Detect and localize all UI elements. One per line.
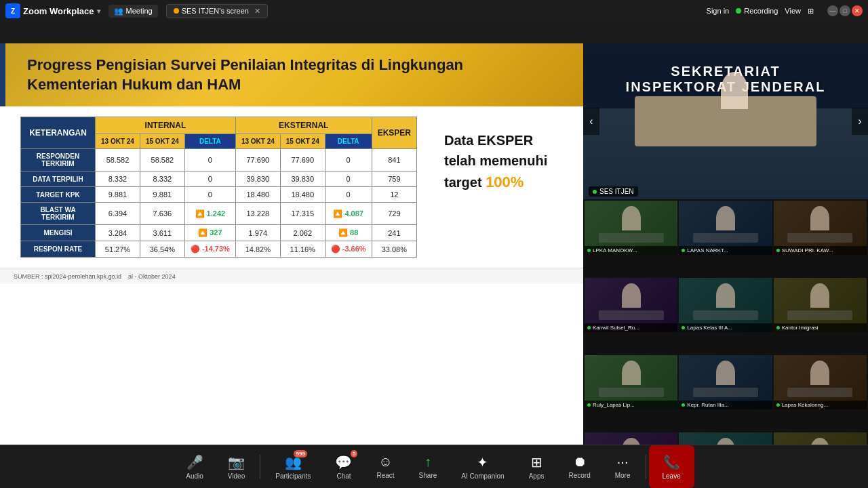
th-ext-13: 13 OKT 24	[235, 134, 280, 149]
view-btn[interactable]: View	[785, 7, 801, 15]
video-tool[interactable]: 📷 Video	[216, 445, 257, 488]
thumbnail-label: Lapas Kelas III A...	[679, 323, 772, 332]
th-int-delta: DELTA	[184, 134, 235, 149]
separator-1	[260, 455, 260, 479]
slide-source: SUMBER : spi2024-perolehan.kpk.go.id al …	[0, 268, 583, 284]
react-icon: ☺	[378, 454, 392, 470]
th-ext-delta: DELTA	[325, 134, 372, 149]
side-target-prefix: target	[444, 175, 486, 190]
table-row: RESPON RATE51.27%36.54%🔴 -14.73%14.82%11…	[21, 241, 417, 258]
share-label: Share	[419, 472, 437, 479]
slide-header: Progress Pengisian Survei Penilaian Inte…	[0, 43, 583, 106]
table-row: MENGISI3.2843.611🔼 3271.9742.062🔼 88241	[21, 225, 417, 241]
close-screen-icon[interactable]: ✕	[254, 7, 260, 16]
audio-icon: 🎤	[186, 455, 203, 470]
thumbnail-label: Kepr. Rutan Illa...	[679, 401, 772, 409]
app-logo[interactable]: Z Zoom Workplace ▾	[5, 3, 100, 18]
recording-status: Recording	[736, 7, 778, 15]
th-eksper: EKSPER	[372, 117, 416, 149]
record-tool[interactable]: ⏺ Record	[556, 445, 602, 488]
video-icon: 📷	[228, 455, 245, 470]
participants-badge: 999	[294, 450, 307, 458]
side-info: Data EKSPER telah memenuhi target 100%	[431, 117, 561, 258]
side-text-line1: Data EKSPER	[444, 130, 547, 150]
maximize-btn[interactable]: □	[840, 5, 850, 16]
mic-dot	[593, 190, 597, 194]
side-text-line3: target 100%	[444, 171, 547, 193]
screen-tab[interactable]: SES ITJEN's screen ✕	[166, 4, 268, 18]
presentation-area: Progress Pengisian Survei Penilaian Inte…	[0, 43, 583, 488]
minimize-btn[interactable]: —	[827, 5, 838, 16]
thumbnail-item[interactable]: Kepr. Rutan Illa...	[679, 355, 772, 409]
react-tool[interactable]: ☺ React	[364, 445, 406, 488]
window-controls: — □ ✕	[827, 5, 863, 16]
thumbnail-item[interactable]: LAPAS NARKT...	[679, 201, 772, 255]
titlebar-controls: Sign in Recording View ⊞	[707, 7, 814, 16]
thumbnail-item[interactable]: LPKA MANOKW...	[585, 201, 677, 255]
thumbnail-label: SUWADI PRI. KAW...	[774, 246, 867, 255]
apps-label: Apps	[529, 472, 545, 480]
thumbnail-label: Lapas Kekalonng...	[774, 401, 867, 409]
share-icon: ↑	[425, 454, 431, 470]
ai-tool[interactable]: ✦ AI Companion	[449, 445, 516, 488]
table-row: BLAST WA TERKIRIM6.3947.636🔼 1.24213.228…	[21, 203, 417, 225]
sign-in-btn[interactable]: Sign in	[707, 7, 730, 15]
audio-tool[interactable]: 🎤 Audio	[174, 445, 216, 488]
date-text: al - Oktober 2024	[128, 273, 176, 280]
apps-icon: ⊞	[531, 454, 542, 470]
leave-label: Leave	[663, 472, 681, 480]
chat-label: Chat	[336, 472, 351, 480]
leave-tool[interactable]: 📞 Leave	[649, 445, 694, 488]
source-text: SUMBER : spi2024-perolehan.kpk.go.id	[14, 273, 121, 280]
slide-title: Progress Pengisian Survei Penilaian Inte…	[20, 56, 563, 94]
meeting-tab[interactable]: 👥 Meeting	[108, 5, 158, 18]
meeting-label: Meeting	[126, 7, 153, 15]
more-icon: ···	[617, 454, 629, 470]
carousel-next-btn[interactable]: ›	[852, 108, 868, 135]
speaker-image: SEKRETARIAT INSPEKTORAT JENDERAL	[583, 43, 868, 199]
slide-title-line1: Progress Pengisian Survei Penilaian Inte…	[27, 56, 463, 73]
participants-label: Participants	[275, 472, 311, 480]
th-int-13: 13 OKT 24	[96, 134, 140, 149]
thumbnail-item[interactable]: SUWADI PRI. KAW...	[774, 201, 867, 255]
video-label: Video	[228, 472, 245, 480]
table-row: RESPONDEN TERKIRIM58.58258.582077.69077.…	[21, 149, 417, 171]
thumbnail-item[interactable]: Lapas Kekalonng...	[774, 355, 867, 409]
participants-tool[interactable]: 👥 999 Participants	[263, 445, 323, 488]
ai-label: AI Companion	[461, 472, 504, 480]
separator-2	[646, 455, 646, 479]
table-row: DATA TERPILIH8.3328.332039.83039.8300759	[21, 171, 417, 187]
thumbnail-label: Kanwil Sulsel_Ru...	[585, 323, 677, 332]
thumbnail-item[interactable]: Ruly_Lapas Lip...	[585, 355, 677, 409]
speaker-scene	[583, 43, 868, 199]
right-panel: SEKRETARIAT INSPEKTORAT JENDERAL SES ITJ…	[583, 43, 868, 488]
th-int-15: 15 OKT 24	[140, 134, 184, 149]
slide-title-line2: Kementerian Hukum dan HAM	[27, 76, 241, 93]
share-tool[interactable]: ↑ Share	[407, 445, 450, 488]
thumbnail-label: Ruly_Lapas Lip...	[585, 401, 677, 409]
chat-tool[interactable]: 💬 5 Chat	[323, 445, 364, 488]
screen-dot	[174, 8, 179, 14]
carousel-prev-btn[interactable]: ‹	[583, 108, 599, 135]
thumbnail-label: LAPAS NARKT...	[679, 246, 772, 255]
slide-content: Progress Pengisian Survei Penilaian Inte…	[0, 43, 583, 480]
thumbnail-item[interactable]: Kanwil Sulsel_Ru...	[585, 278, 677, 332]
close-btn[interactable]: ✕	[852, 5, 863, 16]
apps-tool[interactable]: ⊞ Apps	[517, 445, 557, 488]
side-text-line2: telah memenuhi	[444, 150, 547, 171]
meeting-icon: 👥	[114, 7, 123, 16]
thumbnail-item[interactable]: Lapas Kelas III A...	[679, 278, 772, 332]
chat-badge: 5	[351, 450, 357, 458]
titlebar: Z Zoom Workplace ▾ 👥 Meeting SES ITJEN's…	[0, 0, 868, 22]
recording-dot	[736, 8, 741, 14]
record-label: Record	[568, 472, 590, 479]
thumbnail-item[interactable]: Kantor Imigrasi	[774, 278, 867, 332]
chevron-icon: ▾	[97, 7, 100, 15]
more-tool[interactable]: ··· More	[603, 445, 643, 488]
recording-label: Recording	[744, 7, 778, 15]
toolbar: 🎤 Audio 📷 Video 👥 999 Participants 💬 5 C…	[0, 445, 868, 488]
speaker-name: SES ITJEN	[599, 188, 634, 195]
react-label: React	[376, 472, 394, 479]
th-eksternal: EKSTERNAL	[235, 117, 372, 134]
view-icon: ⊞	[808, 7, 814, 16]
